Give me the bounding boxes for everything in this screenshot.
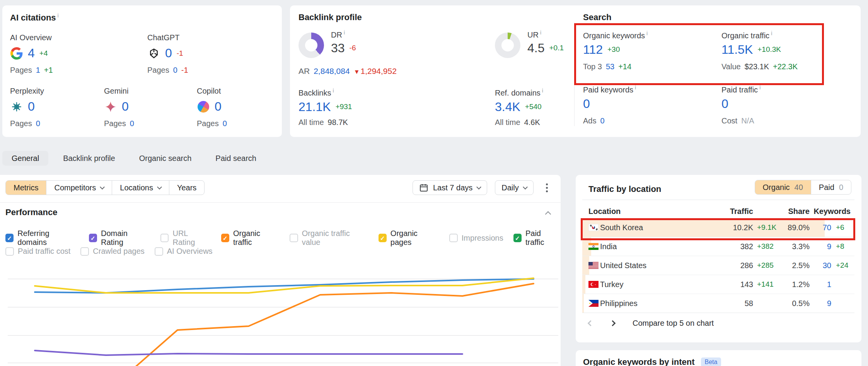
info-icon[interactable]: i	[771, 30, 772, 36]
traffic-by-location-panel: Traffic by location Organic40 Paid0 Loca…	[576, 175, 861, 342]
chatgpt-icon	[147, 47, 160, 60]
gemini-icon	[104, 100, 117, 113]
backlink-profile-title: Backlink profile	[298, 12, 362, 22]
location-table-header: Location Traffic Share Keywords	[582, 205, 854, 217]
keywords-link: 30	[810, 261, 831, 270]
metric-paid-traffic: Paid traffici 0 CostN/A	[721, 84, 761, 125]
keywords-link: 9	[810, 242, 831, 251]
keywords-link: 70	[810, 223, 831, 232]
ur-donut	[495, 32, 520, 58]
perplexity-icon	[10, 100, 23, 113]
organic-traffic-value[interactable]: 11.5K	[721, 43, 753, 57]
metric-chatgpt: ChatGPT 0 -1 Pages0-1	[147, 33, 188, 75]
organic-keywords-value[interactable]: 112	[583, 43, 603, 57]
pages-value[interactable]: 0	[223, 119, 227, 128]
ar-value[interactable]: 2,848,084	[314, 67, 350, 76]
metric-perplexity: Perplexity 0 Pages0	[10, 87, 44, 128]
location-pagination: Compare top 5 on chart	[588, 319, 714, 328]
dr-delta: -6	[350, 44, 356, 52]
table-row-india[interactable]: India 382 +382 3.3% 9 +8	[582, 237, 854, 256]
search-title: Search	[583, 12, 611, 22]
section-divider	[574, 22, 575, 126]
tab-paid-search[interactable]: Paid search	[206, 151, 266, 166]
metric-ai-overview: AI Overview 4 +4 Pages1+1	[10, 33, 53, 75]
metric-organic-traffic: Organic traffici 11.5K +10.3K Value$23.1…	[721, 30, 798, 71]
gemini-value[interactable]: 0	[122, 99, 129, 114]
paid-keywords-value[interactable]: 0	[583, 97, 590, 111]
backlinks-value[interactable]: 21.1K	[298, 100, 331, 114]
section-tabs: General Backlink profile Organic search …	[2, 151, 266, 166]
metric-gemini: Gemini 0 Pages0	[104, 87, 134, 128]
pages-value[interactable]: 0	[36, 119, 40, 128]
dr-donut	[298, 32, 324, 58]
ai-citations-card: AI citationsi AI Overview 4 +4 Pages1+1 …	[2, 5, 282, 137]
beta-badge: Beta	[701, 357, 721, 366]
kr-flag-icon	[588, 224, 599, 231]
perplexity-value[interactable]: 0	[28, 99, 35, 114]
tab-general[interactable]: General	[2, 151, 48, 166]
ai-citations-title: AI citationsi	[10, 12, 59, 23]
us-flag-icon	[588, 262, 599, 269]
performance-panel: Metrics Competitors Locations Years Last…	[0, 175, 561, 366]
backlink-search-card: Backlink profile DRi 33 -6 AR 2,848,084 …	[290, 5, 861, 137]
dashboard: AI citationsi AI Overview 4 +4 Pages1+1 …	[0, 0, 868, 366]
info-icon[interactable]: i	[344, 29, 345, 36]
prev-page-icon[interactable]	[588, 320, 594, 327]
top3-value[interactable]: 53	[606, 62, 614, 71]
pages-value[interactable]: 1	[36, 66, 40, 75]
metric-ar: AR 2,848,084 ▼1,294,952	[298, 67, 397, 76]
info-icon[interactable]: i	[635, 84, 636, 91]
metric-organic-keywords: Organic keywordsi 112 +30 Top 353+14	[583, 30, 648, 71]
table-row-united-states[interactable]: United States 286 +285 2.5% 30 +24	[582, 256, 854, 275]
info-icon[interactable]: i	[542, 87, 543, 94]
organic-paid-toggle: Organic40 Paid0	[755, 180, 851, 195]
tr-flag-icon	[588, 281, 599, 288]
tab-organic-search[interactable]: Organic search	[130, 151, 201, 166]
ai-overview-value[interactable]: 4	[28, 46, 35, 60]
dr-value: 33	[331, 41, 345, 55]
toggle-paid[interactable]: Paid0	[811, 180, 851, 194]
metric-backlinks: Backlinksi 21.1K +931 All time98.7K	[298, 87, 352, 127]
info-icon[interactable]: i	[759, 84, 761, 91]
paid-traffic-value[interactable]: 0	[721, 97, 728, 111]
ur-delta: +0.1	[549, 44, 564, 52]
info-icon[interactable]: i	[58, 12, 59, 19]
info-icon[interactable]: i	[540, 29, 541, 36]
keywords-link: 1	[810, 280, 831, 289]
ai-overview-delta: +4	[39, 49, 48, 58]
metric-copilot: Copilot 0 Pages0	[197, 87, 227, 128]
table-row-south-korea[interactable]: South Korea 10.2K +9.1K 89.0% 70 +6	[582, 218, 854, 237]
toggle-organic[interactable]: Organic40	[755, 180, 811, 194]
keywords-by-intent-panel: Organic keywords by intent Beta	[576, 350, 861, 366]
ads-value[interactable]: 0	[600, 116, 604, 125]
pages-value[interactable]: 0	[130, 119, 134, 128]
location-table: South Korea 10.2K +9.1K 89.0% 70 +6 Indi…	[582, 218, 854, 313]
tab-backlink-profile[interactable]: Backlink profile	[54, 151, 124, 166]
metric-ur: URi 4.5 +0.1	[527, 29, 564, 55]
next-page-icon[interactable]	[610, 320, 616, 327]
copilot-value[interactable]: 0	[215, 99, 222, 114]
keywords-link: 9	[810, 299, 831, 308]
ur-value: 4.5	[527, 41, 544, 55]
ar-delta: ▼1,294,952	[354, 67, 397, 76]
keywords-by-intent-title: Organic keywords by intent Beta	[583, 357, 721, 366]
traffic-by-location-title: Traffic by location	[588, 184, 661, 194]
in-flag-icon	[588, 243, 599, 250]
triangle-down-icon: ▼	[354, 68, 360, 75]
google-icon	[10, 47, 23, 60]
header-divider	[582, 200, 854, 200]
compare-top5-link[interactable]: Compare top 5 on chart	[633, 319, 714, 328]
info-icon[interactable]: i	[646, 30, 648, 36]
info-icon[interactable]: i	[333, 87, 334, 94]
chatgpt-value[interactable]: 0	[165, 46, 172, 60]
copilot-icon	[197, 100, 210, 113]
metric-ref-domains: Ref. domainsi 3.4K +540 All time4.6K	[495, 87, 543, 127]
table-row-philippines[interactable]: Philippines 58 0.5% 9	[582, 294, 854, 313]
performance-chart	[0, 175, 561, 366]
pages-value[interactable]: 0	[173, 66, 177, 75]
ref-domains-value[interactable]: 3.4K	[495, 100, 520, 114]
table-row-turkey[interactable]: Turkey 143 +141 1.2% 1	[582, 275, 854, 294]
metric-dr: DRi 33 -6	[331, 29, 356, 55]
metric-paid-keywords: Paid keywordsi 0 Ads0	[583, 84, 636, 125]
ph-flag-icon	[588, 300, 599, 307]
